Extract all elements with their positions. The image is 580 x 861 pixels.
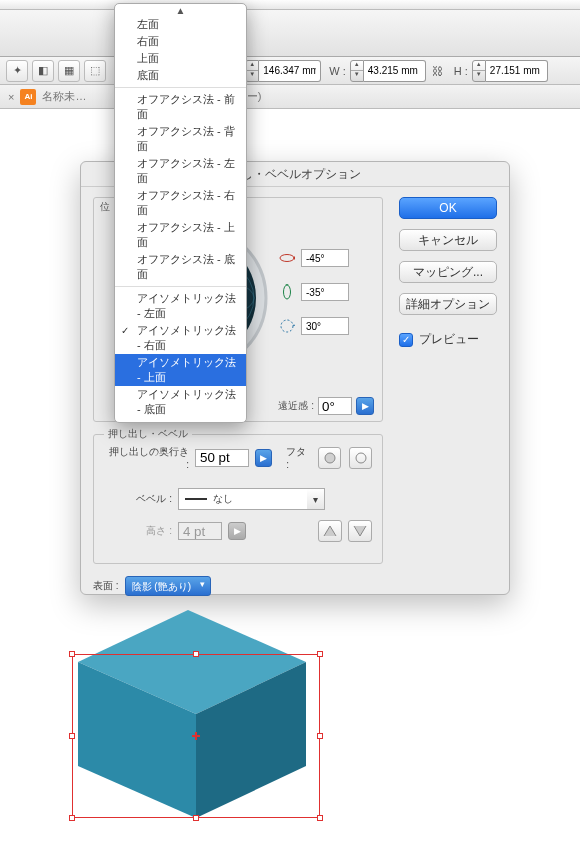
handle-e[interactable] xyxy=(317,733,323,739)
menu-item[interactable]: オフアクシス法 - 左面 xyxy=(115,155,246,187)
perspective-input[interactable] xyxy=(318,397,352,415)
h-label: H : xyxy=(454,65,468,77)
y-input[interactable] xyxy=(259,60,321,82)
surface-row: 表面 : 陰影 (艶あり) xyxy=(93,576,497,596)
ok-button[interactable]: OK xyxy=(399,197,497,219)
menu-item[interactable]: 底面 xyxy=(115,67,246,84)
angle-z-input[interactable] xyxy=(301,317,349,335)
extrude-legend: 押し出し・ベベル xyxy=(104,427,192,441)
more-options-button[interactable]: 詳細オプション xyxy=(399,293,497,315)
menu-item[interactable]: アイソメトリック法 - 底面 xyxy=(115,386,246,418)
bevel-value: なし xyxy=(213,492,233,506)
link-wh-icon[interactable]: ⛓ xyxy=(430,60,446,82)
menu-item[interactable]: オフアクシス法 - 背面 xyxy=(115,123,246,155)
preview-label: プレビュー xyxy=(419,331,479,348)
tool-options-bar xyxy=(0,10,580,57)
w-field[interactable]: ▲▼ xyxy=(350,60,426,82)
extrude-frame: 押し出し・ベベル 押し出しの奥行き : ▶ フタ : ベベル : なし ▾ 高さ… xyxy=(93,434,383,564)
handle-sw[interactable] xyxy=(69,815,75,821)
checkbox-checked-icon: ✓ xyxy=(399,333,413,347)
menu-item[interactable]: オフアクシス法 - 前面 xyxy=(115,91,246,123)
menu-item[interactable]: オフアクシス法 - 底面 xyxy=(115,251,246,283)
depth-stepper[interactable]: ▶ xyxy=(255,449,272,467)
cap-label: フタ : xyxy=(286,445,310,470)
handle-n[interactable] xyxy=(193,651,199,657)
rotate-y-icon xyxy=(279,284,295,300)
w-input[interactable] xyxy=(364,60,426,82)
handle-s[interactable] xyxy=(193,815,199,821)
handle-se[interactable] xyxy=(317,815,323,821)
control-bar: ✦ ◧ ▦ ⬚ Y : ▲▼ W : ▲▼ ⛓ H : ▲▼ xyxy=(0,57,580,85)
angle-x-input[interactable] xyxy=(301,249,349,267)
menu-item[interactable]: アイソメトリック法 - 上面 xyxy=(115,354,246,386)
preview-checkbox[interactable]: ✓ プレビュー xyxy=(399,331,497,348)
position-legend: 位 xyxy=(100,198,110,214)
menu-item[interactable]: 上面 xyxy=(115,50,246,67)
document-tab-title[interactable]: 名称未… xyxy=(42,89,86,104)
angle-y-input[interactable] xyxy=(301,283,349,301)
chevron-down-icon[interactable]: ▾ xyxy=(307,488,325,510)
tool-icon-swatch[interactable]: ◧ xyxy=(32,60,54,82)
y-field[interactable]: ▲▼ xyxy=(245,60,321,82)
selected-object[interactable] xyxy=(72,654,320,818)
surface-select[interactable]: 陰影 (艶あり) xyxy=(125,576,211,596)
perspective-stepper[interactable]: ▶ xyxy=(356,397,374,415)
dialog-buttons: OK キャンセル マッピング... 詳細オプション ✓ プレビュー xyxy=(399,197,497,348)
ai-file-icon: Ai xyxy=(20,89,36,105)
bevel-out-button[interactable] xyxy=(348,520,372,542)
menu-item[interactable]: 右面 xyxy=(115,33,246,50)
scroll-up-arrow-icon[interactable]: ▲ xyxy=(115,6,246,16)
depth-input[interactable] xyxy=(195,449,249,467)
perspective-label: 遠近感 : xyxy=(278,399,314,413)
menu-item[interactable]: オフアクシス法 - 上面 xyxy=(115,219,246,251)
cancel-button[interactable]: キャンセル xyxy=(399,229,497,251)
center-anchor-icon[interactable] xyxy=(193,733,199,739)
height-label: 高さ : xyxy=(104,524,172,538)
svg-point-13 xyxy=(356,453,366,463)
h-field[interactable]: ▲▼ xyxy=(472,60,548,82)
surface-label: 表面 : xyxy=(93,579,119,593)
menu-item[interactable]: アイソメトリック法 - 右面 xyxy=(115,322,246,354)
menu-item[interactable]: 左面 xyxy=(115,16,246,33)
bevel-label: ベベル : xyxy=(104,492,172,506)
svg-point-12 xyxy=(325,453,335,463)
tool-icon-misc[interactable]: ⬚ xyxy=(84,60,106,82)
svg-point-11 xyxy=(281,320,293,332)
menubar xyxy=(0,0,580,10)
svg-point-10 xyxy=(284,285,291,299)
rotate-x-icon xyxy=(279,250,295,266)
position-preset-menu[interactable]: ▲ 左面右面上面底面オフアクシス法 - 前面オフアクシス法 - 背面オフアクシス… xyxy=(114,3,247,423)
bevel-in-button[interactable] xyxy=(318,520,342,542)
menu-item[interactable]: アイソメトリック法 - 左面 xyxy=(115,290,246,322)
svg-point-9 xyxy=(280,255,294,262)
cap-on-button[interactable] xyxy=(318,447,341,469)
close-tab-icon[interactable]: × xyxy=(8,91,14,103)
height-input xyxy=(178,522,222,540)
height-stepper: ▶ xyxy=(228,522,246,540)
cap-off-button[interactable] xyxy=(349,447,372,469)
mapping-button[interactable]: マッピング... xyxy=(399,261,497,283)
tool-icon-pattern[interactable]: ▦ xyxy=(58,60,80,82)
h-input[interactable] xyxy=(486,60,548,82)
rotation-angles xyxy=(279,248,374,350)
depth-label: 押し出しの奥行き : xyxy=(104,445,189,470)
rotate-z-icon xyxy=(279,318,295,334)
tool-icon-wand[interactable]: ✦ xyxy=(6,60,28,82)
perspective-row: 遠近感 : ▶ xyxy=(278,397,374,415)
bevel-select[interactable]: なし ▾ xyxy=(178,488,308,510)
menu-item[interactable]: オフアクシス法 - 右面 xyxy=(115,187,246,219)
handle-nw[interactable] xyxy=(69,651,75,657)
handle-w[interactable] xyxy=(69,733,75,739)
document-tab-bar: × Ai 名称未… K/プレビュー) xyxy=(0,85,580,109)
handle-ne[interactable] xyxy=(317,651,323,657)
w-label: W : xyxy=(329,65,346,77)
